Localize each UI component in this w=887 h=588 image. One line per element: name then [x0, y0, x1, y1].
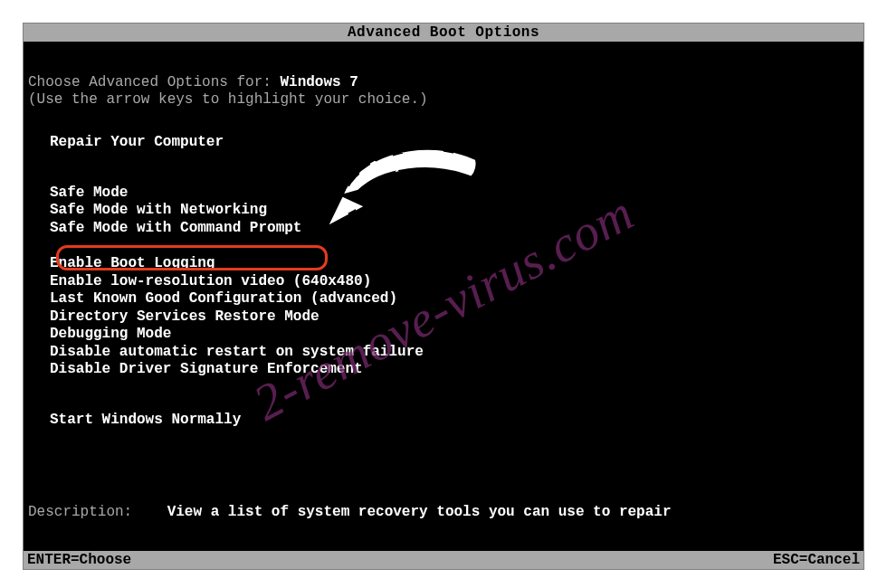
prompt-line: Choose Advanced Options for: Windows 7 [28, 74, 859, 91]
option-safe-mode-networking[interactable]: Safe Mode with Networking [50, 202, 859, 220]
option-enable-boot-logging[interactable]: Enable Boot Logging [50, 255, 859, 273]
prompt-prefix: Choose Advanced Options for: [28, 74, 280, 90]
footer-enter: ENTER=Choose [27, 551, 131, 569]
option-safe-mode[interactable]: Safe Mode [50, 185, 859, 203]
footer-esc: ESC=Cancel [773, 551, 860, 569]
description-block: Description: View a list of system recov… [28, 471, 672, 588]
option-disable-driver-sig[interactable]: Disable Driver Signature Enforcement [50, 361, 859, 379]
option-last-known-good-config[interactable]: Last Known Good Configuration (advanced) [50, 290, 859, 308]
option-debugging-mode[interactable]: Debugging Mode [50, 326, 859, 344]
os-name: Windows 7 [280, 74, 358, 90]
description-line1: View a list of system recovery tools you… [167, 504, 672, 520]
option-safe-mode-command-prompt[interactable]: Safe Mode with Command Prompt [50, 220, 859, 238]
description-label: Description: [28, 504, 132, 520]
option-start-windows-normally[interactable]: Start Windows Normally [50, 412, 859, 430]
options-list: Repair Your Computer Safe Mode Safe Mode… [50, 134, 859, 429]
option-low-res-video[interactable]: Enable low-resolution video (640x480) [50, 273, 859, 291]
option-directory-services-restore[interactable]: Directory Services Restore Mode [50, 308, 859, 327]
title-text: Advanced Boot Options [348, 24, 539, 41]
option-repair-your-computer[interactable]: Repair Your Computer [50, 134, 859, 152]
boot-screen: Advanced Boot Options Choose Advanced Op… [23, 23, 864, 570]
title-bar: Advanced Boot Options [24, 24, 863, 42]
content-area: Choose Advanced Options for: Windows 7 (… [28, 69, 859, 429]
option-disable-auto-restart[interactable]: Disable automatic restart on system fail… [50, 344, 859, 362]
hint-line: (Use the arrow keys to highlight your ch… [28, 91, 859, 109]
footer-bar: ENTER=Choose ESC=Cancel [24, 551, 863, 569]
